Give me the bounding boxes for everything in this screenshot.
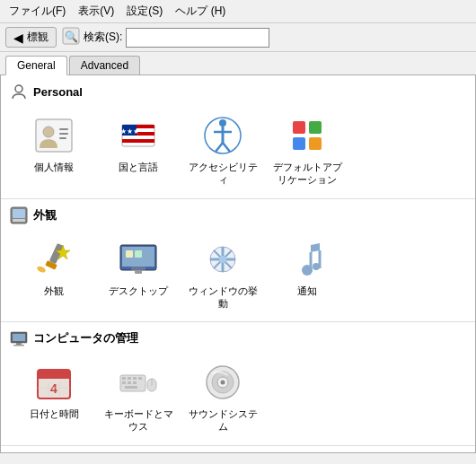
personal-info-label: 個人情報	[34, 161, 74, 173]
section-personal-title: Personal	[33, 85, 83, 99]
svg-rect-26	[13, 219, 25, 222]
notification-label: 通知	[297, 285, 317, 297]
section-appearance-header: 外観	[10, 206, 466, 224]
menubar: ファイル(F) 表示(V) 設定(S) ヘルプ (H)	[0, 0, 476, 23]
svg-rect-33	[135, 250, 142, 258]
desktop-label: デスクトップ	[109, 285, 168, 297]
svg-rect-61	[138, 377, 142, 380]
menu-file[interactable]: ファイル(F)	[4, 2, 71, 21]
country-language-label: 国と言語	[119, 161, 158, 173]
svg-rect-48	[16, 343, 22, 345]
item-default-apps[interactable]: デフォルトアプリケーション	[267, 109, 348, 191]
item-accessibility[interactable]: アクセシビリティ	[182, 109, 263, 191]
search-icon: 🔍	[62, 27, 80, 45]
default-apps-icon	[286, 114, 329, 157]
desktop-icon	[117, 238, 160, 281]
svg-rect-6	[59, 133, 68, 135]
svg-point-2	[15, 85, 22, 92]
tab-advanced[interactable]: Advanced	[69, 56, 140, 74]
svg-rect-32	[126, 250, 133, 258]
section-personal-header: Personal	[10, 83, 466, 101]
svg-rect-60	[133, 377, 137, 380]
keyboard-mouse-icon	[117, 361, 160, 404]
svg-rect-58	[122, 377, 126, 380]
section-appearance-title: 外観	[33, 207, 57, 223]
default-apps-label: デフォルトアプリケーション	[271, 161, 343, 187]
tab-bar: General Advanced	[0, 52, 476, 75]
svg-line-17	[216, 143, 223, 152]
sound-label: サウンドシステム	[187, 407, 259, 433]
personal-grid: 個人情報 ★★★ 国と言語	[10, 109, 466, 191]
appearance-grid: 外観 デスクトップ	[10, 233, 466, 315]
svg-point-29	[36, 265, 47, 274]
personal-info-icon	[32, 114, 75, 157]
notification-icon	[286, 238, 329, 281]
section-appearance: 外観 外観	[1, 199, 475, 323]
svg-rect-5	[59, 128, 68, 130]
svg-rect-62	[122, 381, 126, 384]
personal-header-icon	[10, 83, 28, 101]
svg-rect-25	[13, 209, 25, 218]
menu-help[interactable]: ヘルプ (H)	[170, 2, 231, 21]
back-button[interactable]: ◀ 標観	[5, 27, 57, 48]
toolbar: ◀ 標観 🔍 検索(S):	[0, 23, 476, 52]
search-container: 🔍 検索(S):	[62, 27, 269, 48]
item-notification[interactable]: 通知	[267, 233, 348, 315]
item-personal-info[interactable]: 個人情報	[13, 109, 94, 191]
datetime-icon: 4	[32, 361, 75, 404]
svg-rect-52	[38, 375, 70, 379]
section-computer-title: コンピュータの管理	[33, 330, 138, 346]
svg-text:4: 4	[50, 381, 57, 396]
item-desktop[interactable]: デスクトップ	[98, 233, 179, 315]
item-sound[interactable]: サウンドシステム	[182, 356, 263, 438]
main-content[interactable]: Personal 個人情報	[0, 75, 476, 453]
svg-text:★★★: ★★★	[120, 127, 139, 136]
svg-rect-21	[309, 121, 322, 134]
sound-icon	[201, 361, 244, 404]
svg-rect-64	[133, 381, 137, 384]
svg-point-41	[219, 256, 226, 263]
svg-rect-63	[128, 381, 131, 384]
search-input[interactable]	[126, 28, 269, 48]
svg-rect-20	[293, 121, 305, 134]
svg-point-71	[221, 381, 225, 385]
svg-rect-7	[59, 137, 66, 139]
svg-rect-47	[13, 334, 25, 341]
svg-point-14	[219, 119, 226, 127]
svg-text:🔍: 🔍	[65, 30, 78, 43]
accessibility-icon	[201, 114, 244, 157]
datetime-label: 日付と時間	[30, 407, 79, 420]
section-network: ネットワークと接続	[1, 446, 475, 453]
item-window-behavior[interactable]: ウィンドウの挙動	[182, 233, 263, 315]
appearance-icon	[32, 238, 75, 281]
menu-settings[interactable]: 設定(S)	[121, 2, 168, 21]
keyboard-mouse-label: キーボードとマウス	[102, 407, 174, 433]
computer-header-icon	[10, 329, 28, 347]
section-computer: コンピュータの管理 4 日付と時間	[1, 322, 475, 446]
section-personal: Personal 個人情報	[1, 75, 475, 199]
svg-rect-35	[135, 270, 142, 274]
search-icon-box: 🔍	[62, 27, 80, 48]
item-appearance[interactable]: 外観	[13, 233, 94, 315]
appearance-header-icon	[10, 206, 28, 224]
svg-rect-49	[13, 345, 24, 346]
item-datetime[interactable]: 4 日付と時間	[13, 356, 94, 438]
item-country-language[interactable]: ★★★ 国と言語	[98, 109, 179, 191]
window-behavior-icon	[201, 238, 244, 281]
item-keyboard-mouse[interactable]: キーボードとマウス	[98, 356, 179, 438]
back-icon: ◀	[13, 31, 23, 45]
tab-general[interactable]: General	[5, 56, 67, 75]
back-label: 標観	[27, 30, 48, 45]
svg-rect-23	[309, 137, 322, 150]
svg-rect-11	[122, 139, 154, 143]
svg-rect-65	[125, 386, 137, 389]
computer-grid: 4 日付と時間	[10, 356, 466, 438]
svg-rect-59	[128, 377, 131, 380]
svg-rect-22	[293, 137, 305, 150]
section-computer-header: コンピュータの管理	[10, 329, 466, 347]
menu-view[interactable]: 表示(V)	[73, 2, 119, 21]
accessibility-label: アクセシビリティ	[187, 161, 259, 187]
svg-line-18	[223, 143, 230, 152]
appearance-label: 外観	[44, 285, 64, 297]
svg-point-4	[43, 127, 54, 137]
